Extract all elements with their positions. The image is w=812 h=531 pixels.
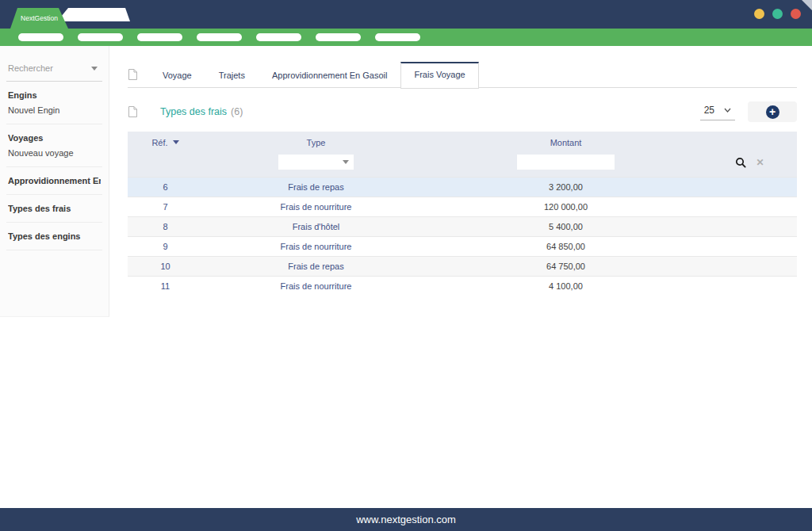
page-size-select[interactable]: 25 — [700, 103, 735, 120]
column-label: Montant — [550, 138, 582, 147]
column-header-type[interactable]: Type — [203, 132, 429, 153]
tab-bar: VoyageTrajetsApprovidionnement En Gasoil… — [128, 62, 797, 88]
nav-pill[interactable] — [78, 33, 123, 41]
window-dot-yellow-icon[interactable] — [754, 9, 764, 19]
topbar: NextGestion — [0, 0, 812, 29]
sidebar-group: VoyagesNouveau voyage — [6, 124, 102, 167]
cell-type: Frais de nourriture — [203, 276, 429, 296]
main-content: VoyageTrajetsApprovidionnement En Gasoil… — [110, 46, 812, 508]
search-icon[interactable] — [735, 157, 746, 168]
sidebar-item-voyages[interactable]: Voyages — [8, 132, 101, 143]
cell-ref: 11 — [128, 276, 203, 296]
plus-icon — [766, 105, 779, 119]
brand-label: NextGestion — [21, 14, 58, 22]
add-button[interactable] — [748, 101, 797, 122]
cell-type: Frais de repas — [203, 177, 429, 197]
column-label: Réf. — [151, 138, 167, 147]
cell-ref: 10 — [128, 256, 203, 276]
cell-actions — [703, 276, 797, 296]
type-filter-select[interactable] — [278, 155, 354, 170]
cell-montant: 64 750,00 — [429, 256, 703, 276]
column-header-montant[interactable]: Montant — [429, 132, 703, 153]
nav-pill[interactable] — [375, 33, 420, 41]
chevron-down-icon — [91, 67, 98, 74]
column-header-actions — [703, 132, 797, 153]
sidebar-item-nouvel-engin[interactable]: Nouvel Engin — [8, 105, 101, 116]
tab-approvidionnement-en-gasoil[interactable]: Approvidionnement En Gasoil — [259, 62, 401, 88]
cell-montant: 64 850,00 — [429, 236, 703, 256]
table-row[interactable]: 11Frais de nourriture4 100,00 — [128, 276, 797, 296]
section-header: Types des frais (6) 25 — [128, 98, 797, 125]
sidebar-group: Types des frais — [6, 195, 102, 223]
nav-pill[interactable] — [18, 33, 63, 41]
sidebar-group: EnginsNouvel Engin — [6, 82, 102, 124]
footer-url[interactable]: www.nextgestion.com — [356, 514, 456, 525]
column-label: Type — [307, 138, 326, 147]
filter-cell-actions — [703, 153, 797, 177]
tab-voyage[interactable]: Voyage — [149, 62, 205, 88]
chevron-down-icon — [343, 160, 349, 167]
document-icon — [128, 68, 138, 81]
main-navbar — [0, 29, 812, 46]
sidebar-item-types-des-frais[interactable]: Types des frais — [8, 203, 101, 214]
sidebar-group: Types des engins — [6, 223, 102, 250]
table-row[interactable]: 6Frais de repas3 200,00 — [128, 177, 797, 197]
column-header-ref[interactable]: Réf. — [128, 132, 203, 153]
montant-filter-input[interactable] — [517, 155, 615, 170]
section-actions: 25 — [700, 101, 797, 122]
cell-ref: 8 — [128, 216, 203, 236]
sidebar-group: Approvidionnement En ... — [6, 167, 102, 195]
sidebar: Rechercher EnginsNouvel EnginVoyagesNouv… — [0, 46, 109, 317]
table-row[interactable]: 9Frais de nourriture64 850,00 — [128, 236, 797, 256]
sidebar-item-engins[interactable]: Engins — [8, 90, 101, 101]
filter-actions — [703, 155, 797, 170]
cell-actions — [703, 256, 797, 276]
cell-montant: 120 000,00 — [429, 197, 703, 216]
cell-montant: 4 100,00 — [429, 276, 703, 296]
chevron-down-icon — [724, 108, 731, 113]
cell-type: Frais d'hôtel — [203, 216, 429, 236]
cell-actions — [703, 177, 797, 197]
nav-pill[interactable] — [197, 33, 242, 41]
corner-fold-icon — [802, 0, 812, 10]
cell-montant: 5 400,00 — [429, 216, 703, 236]
nav-pill[interactable] — [137, 33, 182, 41]
filter-cell-type — [203, 153, 429, 177]
window-dot-teal-icon[interactable] — [772, 9, 783, 19]
tab-trajets[interactable]: Trajets — [205, 62, 259, 88]
sort-desc-icon — [173, 140, 179, 147]
sidebar-item-types-des-engins[interactable]: Types des engins — [8, 231, 101, 242]
cell-montant: 3 200,00 — [429, 177, 703, 197]
blank-tab[interactable] — [57, 8, 130, 21]
cell-type: Frais de nourriture — [203, 236, 429, 256]
window-controls — [754, 9, 801, 19]
sidebar-item-nouveau-voyage[interactable]: Nouveau voyage — [8, 147, 101, 159]
cell-actions — [703, 236, 797, 256]
cell-ref: 7 — [128, 197, 203, 216]
table-row[interactable]: 10Frais de repas64 750,00 — [128, 256, 797, 276]
cell-type: Frais de repas — [203, 256, 429, 276]
table-row[interactable]: 7Frais de nourriture120 000,00 — [128, 197, 797, 216]
section-title[interactable]: Types des frais — [160, 106, 227, 117]
document-icon — [128, 105, 138, 118]
cell-actions — [703, 216, 797, 236]
filter-cell-montant — [429, 153, 703, 177]
types-des-frais-table: Réf.TypeMontant 6Frais de repas3 200,007… — [128, 132, 797, 296]
brand-tab[interactable]: NextGestion — [10, 8, 68, 29]
nav-pill[interactable] — [316, 33, 361, 41]
nav-pill[interactable] — [256, 33, 301, 41]
table-row[interactable]: 8Frais d'hôtel5 400,00 — [128, 216, 797, 236]
filter-cell-ref — [128, 153, 203, 177]
clear-icon[interactable] — [756, 158, 764, 167]
section-count: (6) — [231, 106, 243, 117]
tab-frais-voyage[interactable]: Frais Voyage — [400, 62, 478, 89]
window-dot-red-icon[interactable] — [791, 9, 801, 19]
sidebar-item-approvidionnement-en[interactable]: Approvidionnement En ... — [8, 175, 101, 186]
cell-type: Frais de nourriture — [203, 197, 429, 216]
cell-ref: 6 — [128, 177, 203, 197]
sidebar-search-placeholder: Rechercher — [8, 63, 53, 73]
footer: www.nextgestion.com — [0, 508, 812, 531]
cell-ref: 9 — [128, 236, 203, 256]
cell-actions — [703, 197, 797, 216]
sidebar-search-select[interactable]: Rechercher — [6, 63, 102, 82]
